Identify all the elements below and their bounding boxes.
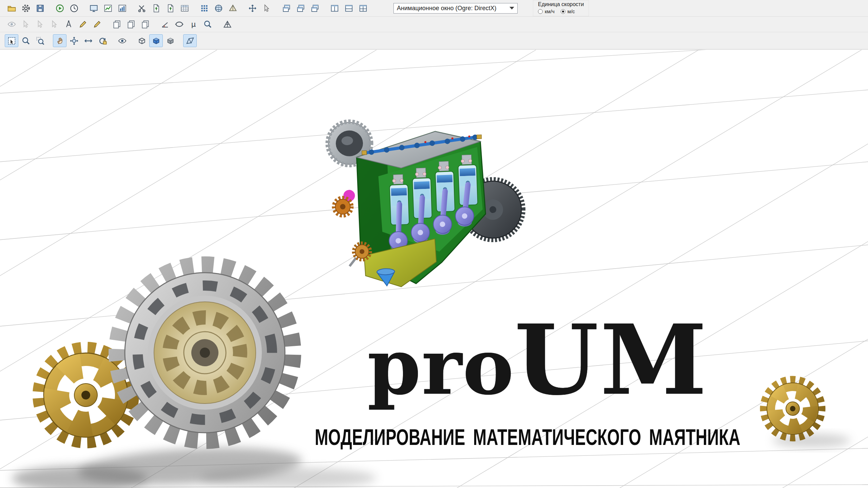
split-columns-button[interactable] bbox=[328, 2, 341, 15]
select-pointer-button bbox=[33, 18, 47, 31]
tile-windows-horizontal-icon bbox=[296, 4, 305, 13]
solid-view-button[interactable] bbox=[226, 2, 239, 15]
orbit-view-button[interactable] bbox=[67, 34, 81, 47]
edit-element-button[interactable] bbox=[76, 18, 90, 31]
tile-windows-vertical-button[interactable] bbox=[308, 2, 322, 15]
special-pointer-button bbox=[47, 18, 61, 31]
shaded-mode-button[interactable] bbox=[149, 34, 163, 47]
context-help-button bbox=[19, 18, 33, 31]
wireframe-mode-icon bbox=[137, 36, 147, 45]
shaded-mode-icon bbox=[152, 36, 161, 45]
friction-coefficient-button[interactable]: μ bbox=[187, 18, 200, 31]
speed-unit-option-км/ч[interactable]: км/ч bbox=[538, 8, 555, 14]
duplicate-window-button[interactable] bbox=[138, 18, 152, 31]
split-grid-button[interactable] bbox=[356, 2, 370, 15]
animation-viewport[interactable]: proUM МОДЕЛИРОВАНИЕ МАТЕМАТИЧЕСКОГО МАЯТ… bbox=[0, 50, 868, 488]
pan-view-button[interactable] bbox=[53, 34, 66, 47]
speed-unit-panel: Единица скорости км/чм/с bbox=[533, 0, 589, 16]
table-processor-button[interactable] bbox=[178, 2, 191, 15]
split-rows-icon bbox=[344, 4, 353, 13]
select-pointer-icon bbox=[36, 20, 45, 29]
save-configuration-button[interactable] bbox=[33, 2, 47, 15]
radio-icon bbox=[538, 9, 543, 14]
wireframe-mode-button[interactable] bbox=[135, 34, 149, 47]
toolbar-group bbox=[183, 34, 197, 47]
new-animation-window-button[interactable] bbox=[87, 2, 100, 15]
angle-measure-button[interactable] bbox=[158, 18, 172, 31]
wireframe-pyramid-view-button[interactable] bbox=[220, 18, 234, 31]
perspective-mode-icon bbox=[186, 36, 195, 45]
integration-time-icon bbox=[70, 4, 79, 13]
speed-unit-options: км/чм/с bbox=[538, 8, 584, 14]
detail-inspector-button[interactable] bbox=[201, 18, 214, 31]
toolbar-group bbox=[328, 2, 370, 15]
zoom-in-button[interactable] bbox=[19, 34, 33, 47]
place-object-tool-icon bbox=[262, 4, 271, 13]
ellipse-measure-button[interactable] bbox=[172, 18, 186, 31]
rotate-constrained-button[interactable] bbox=[96, 34, 109, 47]
split-rows-button[interactable] bbox=[342, 2, 355, 15]
measure-distance-button[interactable] bbox=[62, 18, 75, 31]
cascade-windows-icon bbox=[282, 4, 291, 13]
application-window: Анимационное окно (Ogre: DirectX) Единиц… bbox=[0, 0, 868, 488]
pan-view-icon bbox=[55, 36, 64, 45]
visibility-toggle-icon bbox=[118, 36, 127, 45]
edit-curve-button[interactable] bbox=[90, 18, 104, 31]
cascade-windows-button[interactable] bbox=[279, 2, 293, 15]
gear-large-steel bbox=[101, 249, 309, 456]
model-settings-button[interactable] bbox=[19, 2, 33, 15]
friction-coefficient-icon: μ bbox=[189, 20, 198, 29]
main-toolbar: Анимационное окно (Ogre: DirectX) Единиц… bbox=[0, 0, 868, 17]
integration-time-button[interactable] bbox=[67, 2, 81, 15]
shaded-gray-mode-button[interactable] bbox=[163, 34, 177, 47]
table-processor-icon bbox=[180, 4, 189, 13]
place-object-tool-button[interactable] bbox=[260, 2, 273, 15]
box-select-button[interactable] bbox=[5, 34, 18, 47]
export-data-button[interactable] bbox=[149, 2, 163, 15]
cut-element-icon bbox=[137, 4, 147, 13]
edit-curve-icon bbox=[93, 20, 102, 29]
viewport-toolbar bbox=[0, 32, 868, 50]
toolbar-group bbox=[53, 34, 109, 47]
matrix-view-button[interactable] bbox=[197, 2, 211, 15]
show-all-icon bbox=[7, 20, 16, 29]
toolbar-group bbox=[135, 2, 191, 15]
toolbar-group bbox=[5, 2, 47, 15]
logo-um-text: UM bbox=[515, 303, 709, 416]
viewport-toolbar-groups bbox=[5, 34, 197, 47]
speed-unit-option-м/с[interactable]: м/с bbox=[561, 8, 575, 14]
toolbar-group bbox=[246, 2, 273, 15]
toolbar-group bbox=[220, 18, 234, 31]
copy-window-image-icon bbox=[112, 20, 121, 29]
cut-element-button[interactable] bbox=[135, 2, 149, 15]
perspective-mode-button[interactable] bbox=[183, 34, 197, 47]
context-help-icon bbox=[21, 20, 31, 29]
import-data-button[interactable] bbox=[163, 2, 177, 15]
matrix-view-icon bbox=[200, 4, 209, 13]
geometry-view-icon bbox=[214, 4, 223, 13]
copy-to-clipboard-icon bbox=[127, 20, 136, 29]
zoom-region-button[interactable] bbox=[33, 34, 47, 47]
tile-windows-horizontal-button[interactable] bbox=[294, 2, 307, 15]
animation-window-selector[interactable]: Анимационное окно (Ogre: DirectX) bbox=[393, 3, 518, 14]
ellipse-measure-icon bbox=[175, 20, 184, 29]
secondary-toolbar: μ bbox=[0, 17, 868, 32]
new-graph-window-button[interactable] bbox=[101, 2, 115, 15]
open-model-button[interactable] bbox=[5, 2, 18, 15]
splash-subtitle: МОДЕЛИРОВАНИЕ МАТЕМАТИЧЕСКОГО МАЯТНИКА bbox=[315, 424, 740, 450]
toolbar-group bbox=[279, 2, 322, 15]
toolbar-group bbox=[197, 2, 239, 15]
pan-horizontal-button[interactable] bbox=[81, 34, 95, 47]
toolbar-group bbox=[53, 2, 81, 15]
position-tool-button[interactable] bbox=[246, 2, 259, 15]
new-graph-window-icon bbox=[103, 4, 113, 13]
start-simulation-button[interactable] bbox=[53, 2, 66, 15]
visibility-toggle-button[interactable] bbox=[115, 34, 129, 47]
gear-brass-right bbox=[761, 377, 824, 440]
rotate-constrained-icon bbox=[98, 36, 107, 45]
new-chart-window-button[interactable] bbox=[115, 2, 129, 15]
radio-label: км/ч bbox=[545, 8, 555, 14]
geometry-view-button[interactable] bbox=[212, 2, 225, 15]
copy-window-image-button[interactable] bbox=[110, 18, 123, 31]
copy-to-clipboard-button[interactable] bbox=[124, 18, 138, 31]
